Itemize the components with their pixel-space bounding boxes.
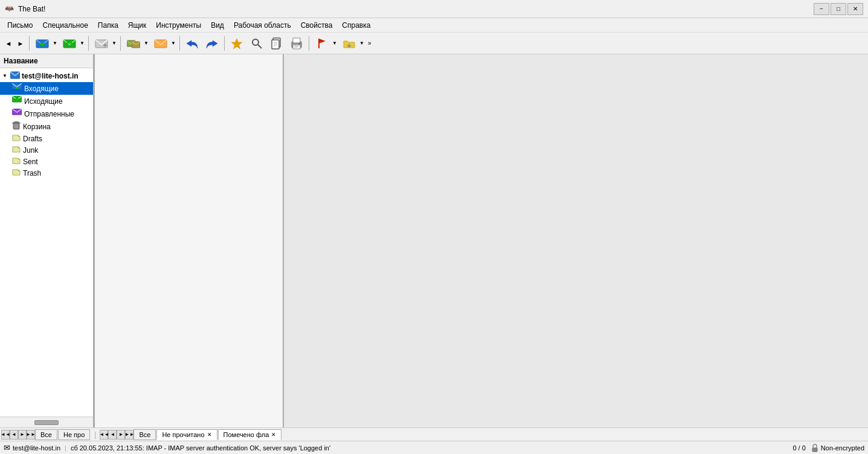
folder-item-drafts[interactable]: Drafts	[0, 133, 93, 144]
tab-nav-right-next[interactable]: ►	[117, 430, 125, 440]
send-mail-arrow[interactable]: ▼	[79, 35, 85, 52]
forward-button[interactable]	[202, 35, 222, 52]
folder-item-outbox[interactable]: Исходящие	[0, 95, 93, 107]
tab-all-left[interactable]: Все	[35, 429, 57, 440]
sent-en-label: Sent	[23, 158, 38, 166]
move-mail-group[interactable]: ▼	[123, 34, 150, 53]
close-button[interactable]: ✕	[847, 3, 863, 15]
folder-move-arrow[interactable]: ▼	[359, 35, 365, 52]
search-button[interactable]	[247, 35, 266, 52]
folder-scroll-area[interactable]	[0, 417, 93, 427]
preview-panel	[284, 54, 868, 427]
folder-item-sent-en[interactable]: Sent	[0, 156, 93, 167]
menu-item-specialnoe[interactable]: Специальное	[38, 20, 93, 31]
status-count: 0 / 0	[792, 444, 805, 452]
toolbar-sep-3	[120, 36, 121, 51]
menu-item-svoystva[interactable]: Свойства	[296, 20, 338, 31]
send-mail-button[interactable]	[60, 35, 79, 52]
menu-item-yashik[interactable]: Ящик	[123, 20, 152, 31]
tab-nav-right-first[interactable]: ◄◄	[100, 430, 108, 440]
flag-group[interactable]: ▼	[312, 34, 338, 53]
folder-move-group[interactable]: ▼	[339, 34, 365, 53]
menu-bar: Письмо Специальное Папка Ящик Инструмент…	[0, 18, 868, 33]
tab-nav-first[interactable]: ◄◄	[1, 430, 10, 440]
toolbar: ◄ ► ▼ ▼	[0, 33, 868, 54]
folder-panel: Название ▼ test@lite-host.in	[0, 54, 95, 427]
mark-mail-group[interactable]: ▼	[150, 34, 177, 53]
tab-all-right[interactable]: Все	[133, 429, 156, 440]
svg-point-23	[299, 42, 301, 44]
tab-unread-right[interactable]: Не прочитано ✕	[156, 429, 217, 440]
toolbar-sep-5	[224, 36, 225, 51]
toolbar-sep-2	[88, 36, 89, 51]
folder-item-trash-ru[interactable]: Корзина	[0, 120, 93, 133]
menu-item-vid[interactable]: Вид	[206, 20, 229, 31]
inbox-icon	[12, 83, 22, 94]
toolbar-forward-button[interactable]: ►	[14, 35, 27, 52]
toolbar-expand-button[interactable]: »	[366, 40, 373, 46]
junk-icon	[12, 145, 21, 155]
folder-item-trash-en[interactable]: Trash	[0, 167, 93, 179]
tab-flagged-close[interactable]: ✕	[271, 432, 276, 438]
main-area: Название ▼ test@lite-host.in	[0, 54, 868, 427]
trash-en-label: Trash	[23, 169, 41, 177]
mark-mail-arrow[interactable]: ▼	[170, 35, 176, 52]
maximize-button[interactable]: □	[831, 3, 846, 15]
tab-flagged-right-label: Помечено фла	[223, 431, 269, 438]
toolbar-sep-6	[309, 36, 309, 51]
mark-mail-button[interactable]	[151, 35, 170, 52]
tab-nav-right-prev[interactable]: ◄	[108, 430, 117, 440]
menu-item-pismo[interactable]: Письмо	[2, 20, 38, 31]
junk-label: Junk	[23, 146, 38, 155]
favourite-button[interactable]	[227, 35, 246, 52]
flag-button[interactable]	[312, 35, 332, 52]
status-bar-right: 0 / 0 Non-encrypted	[792, 444, 864, 452]
new-mail-button[interactable]	[92, 35, 111, 52]
account-icon	[10, 71, 20, 81]
folder-item-inbox[interactable]: Входящие	[0, 82, 93, 95]
minimize-button[interactable]: −	[814, 3, 829, 15]
folder-item-junk[interactable]: Junk	[0, 144, 93, 156]
menu-item-spravka[interactable]: Справка	[337, 20, 375, 31]
account-row[interactable]: ▼ test@lite-host.in	[0, 69, 93, 82]
toolbar-back-button[interactable]: ◄	[2, 35, 14, 52]
reply-button[interactable]	[182, 35, 202, 52]
send-mail-group[interactable]: ▼	[59, 34, 86, 53]
folder-move-button[interactable]	[339, 35, 359, 52]
svg-rect-19	[293, 38, 300, 43]
tab-flagged-right[interactable]: Помечено фла ✕	[218, 429, 282, 440]
print-button[interactable]	[287, 35, 306, 52]
tab-nav-next[interactable]: ►	[18, 430, 27, 440]
receive-mail-button[interactable]	[33, 35, 52, 52]
menu-item-instrumenty[interactable]: Инструменты	[151, 20, 206, 31]
tab-all-right-label: Все	[139, 431, 150, 438]
folder-item-sent-ru[interactable]: Отправленные	[0, 107, 93, 120]
status-email: test@lite-host.in	[13, 444, 60, 452]
tab-unread-preview[interactable]: Не про	[58, 429, 90, 440]
tab-unread-preview-label: Не про	[63, 431, 85, 438]
tab-nav-last[interactable]: ►►	[27, 430, 35, 440]
message-list-panel	[95, 54, 284, 427]
drafts-icon	[12, 134, 21, 143]
receive-mail-arrow[interactable]: ▼	[52, 35, 58, 52]
menu-item-papka[interactable]: Папка	[93, 20, 123, 31]
outbox-label: Исходящие	[24, 97, 63, 106]
new-mail-arrow[interactable]: ▼	[111, 35, 117, 52]
window-controls: − □ ✕	[814, 3, 863, 15]
status-bar-left: ✉ test@lite-host.in | сб 20.05.2023, 21:…	[4, 443, 788, 452]
move-mail-button[interactable]	[124, 35, 143, 52]
tab-all-left-label: Все	[40, 431, 52, 438]
svg-rect-39	[812, 448, 817, 452]
tab-unread-close[interactable]: ✕	[207, 432, 212, 438]
move-mail-arrow[interactable]: ▼	[143, 35, 149, 52]
tab-unread-right-label: Не прочитано	[162, 431, 204, 438]
menu-item-rabochaya[interactable]: Рабочая область	[229, 20, 296, 31]
tab-nav-prev[interactable]: ◄	[10, 430, 18, 440]
new-mail-group[interactable]: ▼	[91, 34, 118, 53]
receive-mail-group[interactable]: ▼	[32, 34, 59, 53]
svg-marker-25	[319, 39, 326, 43]
flag-arrow[interactable]: ▼	[332, 35, 338, 52]
tab-divider: |	[94, 430, 96, 439]
copy-button[interactable]	[267, 35, 286, 52]
tab-nav-right-last[interactable]: ►►	[125, 430, 133, 440]
